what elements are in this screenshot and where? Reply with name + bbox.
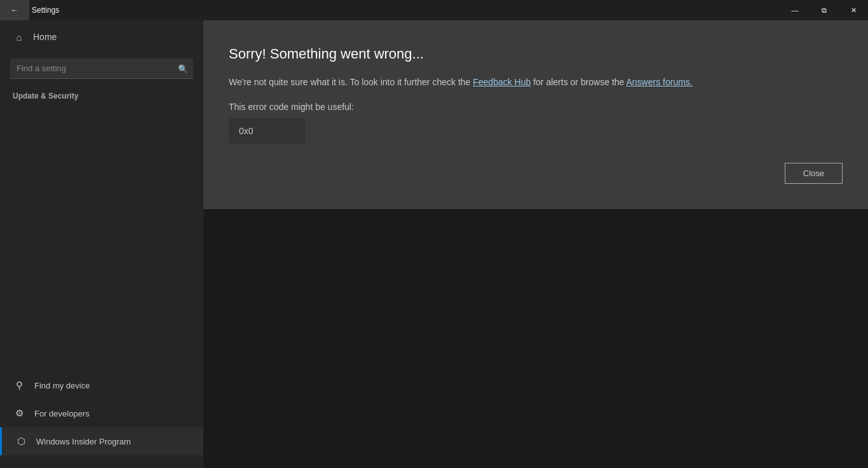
error-close-button[interactable]: Close (785, 163, 843, 184)
search-input[interactable] (10, 59, 193, 79)
error-body: We're not quite sure what it is. To look… (229, 75, 843, 89)
error-body-before: We're not quite sure what it is. To look… (229, 77, 473, 87)
titlebar: ← Settings — ⧉ ✕ (0, 0, 868, 20)
close-button[interactable]: ✕ (839, 0, 868, 20)
restore-button[interactable]: ⧉ (810, 0, 839, 20)
error-code-box: 0x0 (229, 118, 305, 144)
error-body-middle: for alerts or browse the (531, 77, 626, 87)
window-controls: — ⧉ ✕ (780, 0, 868, 20)
feedback-hub-link[interactable]: Feedback Hub (473, 77, 531, 87)
error-title: Sorry! Something went wrong... (229, 46, 843, 62)
sidebar-search-container: 🔍 (10, 59, 193, 79)
sidebar-item-label: Find my device (34, 381, 90, 390)
sidebar-item-label: Windows Insider Program (36, 437, 131, 446)
developer-icon: ⚙ (13, 408, 25, 419)
find-device-icon: ⚲ (13, 380, 25, 391)
minimize-button[interactable]: — (780, 0, 810, 20)
sidebar: ⌂ Home 🔍 Update & Security ⚲ Find my dev… (0, 20, 203, 468)
search-icon: 🔍 (178, 64, 188, 74)
home-label: Home (33, 32, 57, 42)
insider-program-icon: ⬡ (15, 436, 27, 447)
content-area: Windows Insider Program Join the Windows… (203, 20, 868, 468)
titlebar-title: Settings (29, 6, 780, 15)
sidebar-item-label: For developers (34, 409, 90, 418)
sidebar-section-label: Update & Security (0, 86, 203, 103)
error-dialog: Sorry! Something went wrong... We're not… (203, 20, 868, 209)
sidebar-item-for-developers[interactable]: ⚙ For developers (0, 399, 203, 427)
sidebar-home[interactable]: ⌂ Home (0, 20, 203, 53)
main-layout: ⌂ Home 🔍 Update & Security ⚲ Find my dev… (0, 20, 868, 468)
answers-forums-link[interactable]: Answers forums. (626, 77, 692, 87)
home-icon: ⌂ (13, 32, 25, 43)
sidebar-item-find-my-device[interactable]: ⚲ Find my device (0, 371, 203, 399)
back-button[interactable]: ← (0, 0, 29, 20)
error-code-label: This error code might be useful: (229, 102, 843, 112)
sidebar-item-windows-insider-program[interactable]: ⬡ Windows Insider Program (0, 427, 203, 455)
